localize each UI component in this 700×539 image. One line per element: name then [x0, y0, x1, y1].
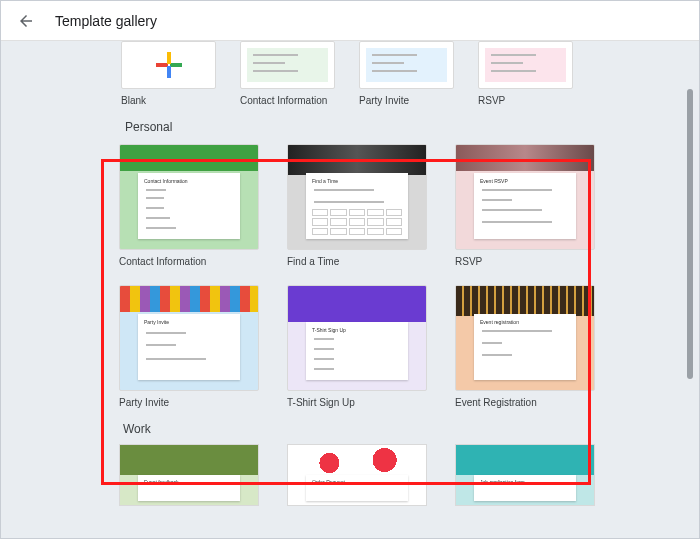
template-thumb: Party Invite: [119, 285, 259, 391]
template-label: Blank: [121, 95, 216, 106]
template-thumb: Event registration: [455, 285, 595, 391]
template-thumb: [240, 41, 335, 89]
template-label: Party Invite: [119, 397, 259, 408]
template-label: T-Shirt Sign Up: [287, 397, 427, 408]
content: Blank Contact Information Party Invite: [1, 41, 699, 506]
thumb-heading: T-Shirt Sign Up: [312, 327, 346, 333]
template-card-feedback[interactable]: Event feedback: [119, 444, 259, 506]
template-card-blank[interactable]: Blank: [121, 41, 216, 106]
balloons-header: [120, 286, 258, 312]
template-thumb: Find a Time: [287, 144, 427, 250]
template-thumb: T-Shirt Sign Up: [287, 285, 427, 391]
template-card-jobapp[interactable]: Job application form: [455, 444, 595, 506]
thumb-heading: Event feedback: [144, 479, 178, 485]
template-label: RSVP: [455, 256, 595, 267]
thumb-heading: Job application form: [480, 479, 525, 485]
template-label: Contact Information: [119, 256, 259, 267]
template-label: Party Invite: [359, 95, 454, 106]
back-arrow-icon[interactable]: [17, 12, 35, 30]
personal-row-2: Party Invite Party Invite T-Shirt Sign U…: [119, 285, 699, 408]
thumb-heading: Contact Information: [144, 178, 188, 184]
section-personal: Personal Contact Information: [111, 120, 699, 408]
template-card-rsvp[interactable]: Event RSVP RSVP: [455, 144, 595, 267]
template-thumb: Contact Information: [119, 144, 259, 250]
template-thumb-blank: [121, 41, 216, 89]
section-title-work: Work: [123, 422, 699, 436]
template-label: Find a Time: [287, 256, 427, 267]
template-card-contact[interactable]: Contact Information Contact Information: [119, 144, 259, 267]
section-title: Personal: [125, 120, 699, 134]
template-card-eventreg[interactable]: Event registration Event Registration: [455, 285, 595, 408]
template-card-rsvp-small[interactable]: RSVP: [478, 41, 573, 106]
page-title: Template gallery: [55, 13, 157, 29]
template-card-party-small[interactable]: Party Invite: [359, 41, 454, 106]
header: Template gallery: [1, 1, 699, 41]
photo-header: [456, 145, 594, 171]
personal-row-1: Contact Information Contact Information: [119, 144, 699, 267]
template-card-tshirt[interactable]: T-Shirt Sign Up T-Shirt Sign Up: [287, 285, 427, 408]
thumb-heading: Event RSVP: [480, 178, 508, 184]
recently-used-row: Blank Contact Information Party Invite: [121, 41, 699, 106]
vertical-scrollbar[interactable]: [687, 89, 693, 379]
thumb-heading: Party Invite: [144, 319, 169, 325]
template-thumb: [478, 41, 573, 89]
photo-header: [288, 145, 426, 175]
work-row-1: Event feedback Order Request Job applica…: [119, 444, 699, 506]
template-card-order[interactable]: Order Request: [287, 444, 427, 506]
photo-header: [456, 286, 594, 316]
template-thumb: Event RSVP: [455, 144, 595, 250]
template-label: Event Registration: [455, 397, 595, 408]
template-gallery-window: Template gallery Blank Conta: [0, 0, 700, 539]
thumb-heading: Find a Time: [312, 178, 338, 184]
template-label: RSVP: [478, 95, 573, 106]
plus-icon: [156, 52, 182, 78]
thumb-heading: Order Request: [312, 479, 345, 485]
template-thumb: [359, 41, 454, 89]
scroll-area: Blank Contact Information Party Invite: [1, 41, 699, 538]
thumb-heading: Event registration: [480, 319, 519, 325]
template-card-findtime[interactable]: Find a Time Find a Time: [287, 144, 427, 267]
template-label: Contact Information: [240, 95, 335, 106]
template-card-party[interactable]: Party Invite Party Invite: [119, 285, 259, 408]
template-card-contact-small[interactable]: Contact Information: [240, 41, 335, 106]
